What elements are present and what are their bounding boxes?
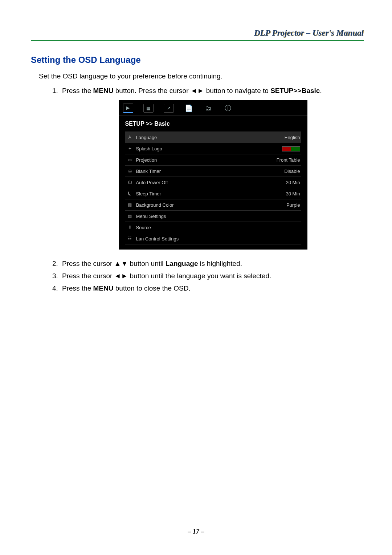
projection-icon: ▭ — [126, 157, 134, 162]
info-icon: ⓘ — [225, 104, 231, 113]
osd-label: Sleep Timer — [136, 191, 264, 197]
section-heading: Setting the OSD Language — [31, 55, 364, 65]
osd-label: Source — [136, 225, 264, 230]
power-icon: ⏻ — [126, 180, 134, 185]
osd-title: SETUP >> Basic — [119, 116, 307, 131]
step-4-bold-menu: MENU — [93, 284, 114, 292]
instruction-list: Press the MENU button. Press the cursor … — [50, 87, 364, 292]
pattern-icon: ▩ — [126, 202, 134, 207]
osd-value: Disable — [264, 169, 300, 174]
step-2-text2: is highlighted. — [198, 260, 242, 267]
osd-row-menu-settings[interactable]: ▤ Menu Settings — [125, 210, 301, 222]
lan-icon: ☷ — [126, 236, 134, 241]
arrow-icon: ↗ — [167, 106, 171, 111]
step-4: Press the MENU button to close the OSD. — [60, 284, 364, 292]
osd-value: 30 Min — [264, 191, 300, 197]
step-1: Press the MENU button. Press the cursor … — [60, 87, 364, 250]
osd-tab-bar: ▶ ▦ ↗ 📄 🗂 ⓘ — [119, 100, 307, 116]
osd-label: Background Color — [136, 202, 264, 208]
page-header: DLP Projector – User's Manual — [31, 28, 364, 41]
osd-panel: ▶ ▦ ↗ 📄 🗂 ⓘ SETUP >> Basic A Language En… — [119, 100, 307, 250]
grid-icon: ▦ — [146, 106, 150, 111]
step-3: Press the cursor ◄► button until the lan… — [60, 272, 364, 280]
step-2: Press the cursor ▲▼ button until Languag… — [60, 260, 364, 268]
osd-label: Auto Power Off — [136, 180, 264, 185]
osd-row-projection[interactable]: ▭ Projection Front Table — [125, 154, 301, 165]
osd-screenshot: ▶ ▦ ↗ 📄 🗂 ⓘ SETUP >> Basic A Language En… — [62, 100, 364, 250]
splash-icon: ✦ — [126, 146, 134, 151]
play-icon: ▶ — [126, 105, 130, 110]
osd-row-blank-timer[interactable]: ◎ Blank Timer Disable — [125, 165, 301, 177]
osd-value: 20 Min — [264, 180, 300, 185]
osd-label: Projection — [136, 157, 264, 163]
osd-tab-display-icon[interactable]: ▦ — [143, 104, 154, 113]
pages-icon: 🗂 — [205, 105, 212, 112]
header-title: DLP Projector – User's Manual — [254, 28, 364, 37]
osd-tab-page2-icon[interactable]: 🗂 — [204, 104, 213, 112]
blank-timer-icon: ◎ — [126, 169, 134, 174]
osd-row-sleep-timer[interactable]: ⏾ Sleep Timer 30 Min — [125, 188, 301, 199]
step-2-bold-language: Language — [166, 260, 198, 267]
color-swatch-icon — [282, 146, 300, 151]
osd-value-swatch — [264, 146, 300, 151]
step-2-text: Press the cursor ▲▼ button until — [62, 260, 166, 267]
osd-tab-picture-icon[interactable]: ▶ — [123, 104, 133, 113]
step-1-text2: button. Press the cursor ◄► button to na… — [114, 87, 271, 94]
step-1-text3: . — [320, 87, 322, 94]
osd-row-splash-logo[interactable]: ✦ Splash Logo — [125, 143, 301, 154]
osd-label: Splash Logo — [136, 146, 264, 151]
page-number: – 17 – — [0, 528, 392, 535]
menu-settings-icon: ▤ — [126, 214, 134, 219]
osd-label: Lan Control Settings — [136, 236, 264, 242]
osd-row-source[interactable]: ⬇ Source — [125, 222, 301, 233]
osd-row-language[interactable]: A Language English — [125, 131, 301, 143]
osd-value: Purple — [264, 202, 300, 208]
osd-row-lan-control[interactable]: ☷ Lan Control Settings — [125, 233, 301, 244]
osd-label: Language — [136, 135, 264, 140]
step-4-text2: button to close the OSD. — [114, 284, 191, 292]
osd-row-background-color[interactable]: ▩ Background Color Purple — [125, 199, 301, 210]
manual-page: DLP Projector – User's Manual Setting th… — [0, 0, 392, 555]
sleep-icon: ⏾ — [126, 191, 134, 196]
page-icon: 📄 — [185, 104, 193, 112]
step-1-bold-setup: SETUP>>Basic — [270, 87, 320, 94]
osd-value: English — [264, 135, 300, 140]
step-1-text: Press the — [62, 87, 93, 94]
osd-menu-list: A Language English ✦ Splash Logo ▭ Proje… — [119, 131, 307, 244]
osd-tab-info-icon[interactable]: ⓘ — [223, 104, 233, 112]
step-1-bold-menu: MENU — [93, 87, 114, 94]
step-4-text: Press the — [62, 284, 93, 292]
osd-label: Blank Timer — [136, 169, 264, 174]
osd-tab-setup-icon[interactable]: ↗ — [164, 104, 174, 113]
osd-row-auto-power-off[interactable]: ⏻ Auto Power Off 20 Min — [125, 177, 301, 188]
language-icon: A — [126, 135, 134, 140]
osd-label: Menu Settings — [136, 214, 264, 219]
osd-value: Front Table — [264, 157, 300, 163]
osd-tab-page1-icon[interactable]: 📄 — [184, 104, 193, 112]
intro-text: Set the OSD language to your preference … — [39, 72, 364, 80]
source-icon: ⬇ — [126, 225, 134, 230]
step-3-text: Press the cursor ◄► button until the lan… — [62, 272, 271, 280]
